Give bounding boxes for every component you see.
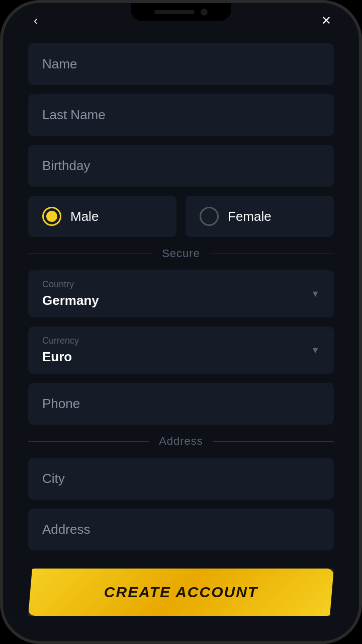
close-button[interactable]: ✕	[314, 8, 339, 33]
currency-value: Euro	[42, 349, 320, 365]
notch	[131, 3, 231, 21]
male-radio-inner	[46, 211, 57, 222]
address-divider: Address	[28, 435, 334, 448]
speaker	[154, 10, 195, 14]
back-button[interactable]: ‹	[23, 8, 48, 33]
address-divider-line-right	[213, 441, 334, 442]
city-field-group	[28, 458, 334, 500]
country-dropdown-arrow: ▼	[311, 289, 320, 299]
name-field-group	[28, 43, 334, 85]
divider-line-right	[210, 254, 334, 254]
birthday-input[interactable]	[28, 145, 334, 187]
divider-line-left	[28, 254, 152, 254]
currency-dropdown[interactable]: Currency Euro ▼	[28, 327, 334, 374]
phone-input[interactable]	[28, 383, 334, 425]
currency-dropdown-arrow: ▼	[311, 345, 320, 356]
phone-field-group	[28, 383, 334, 425]
address-field-group	[28, 509, 334, 550]
country-value: Germany	[42, 293, 320, 308]
country-label: Country	[42, 279, 320, 290]
address-label: Address	[159, 435, 203, 448]
create-account-button[interactable]: CREATE ACCOUNT	[28, 569, 334, 616]
female-label: Female	[228, 209, 272, 224]
secure-label: Secure	[162, 247, 200, 260]
create-account-wrapper: CREATE ACCOUNT	[3, 558, 359, 641]
male-radio	[42, 207, 61, 226]
address-input[interactable]	[28, 509, 334, 550]
lastname-field-group	[28, 94, 334, 136]
female-radio	[200, 207, 219, 226]
country-dropdown[interactable]: Country Germany ▼	[28, 270, 334, 317]
city-input[interactable]	[28, 458, 334, 500]
notch-area: ‹ ✕	[3, 3, 359, 38]
gender-selector: Male Female	[28, 196, 334, 237]
gender-male-option[interactable]: Male	[28, 196, 176, 237]
gender-female-option[interactable]: Female	[186, 196, 334, 237]
lastname-input[interactable]	[28, 94, 334, 136]
birthday-field-group	[28, 145, 334, 187]
male-label: Male	[70, 209, 99, 224]
phone-shell: ‹ ✕	[0, 0, 362, 644]
phone-screen: ‹ ✕	[3, 3, 359, 641]
currency-label: Currency	[42, 336, 320, 346]
name-input[interactable]	[28, 43, 334, 85]
camera	[201, 9, 208, 16]
form-content: Male Female Secure Country Germany ▼	[3, 38, 359, 558]
address-divider-line-left	[28, 441, 149, 442]
secure-divider: Secure	[28, 247, 334, 260]
